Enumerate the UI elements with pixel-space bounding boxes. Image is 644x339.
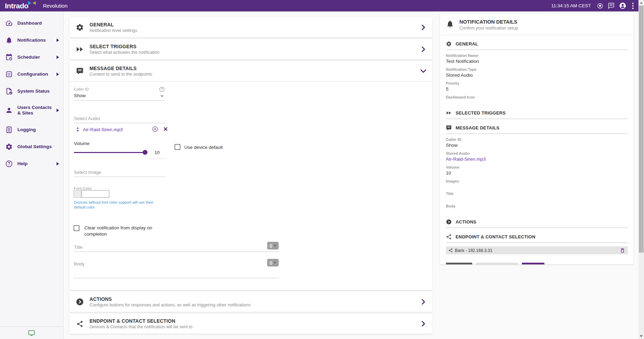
section-subtitle: Content to send to the endpoints xyxy=(90,72,152,77)
dropdown-caret-icon xyxy=(160,95,164,97)
details-selected-triggers-heading: SELECTED TRIGGERS xyxy=(446,110,628,116)
sidebar-item-configuration[interactable]: Configuration xyxy=(0,66,63,83)
caller-id-label: Caller ID xyxy=(74,87,89,91)
section-title: GENERAL xyxy=(90,22,137,27)
sidebar-item-global-settings[interactable]: Global Settings xyxy=(0,138,63,155)
bell-icon xyxy=(5,36,13,44)
endpoint-contact-section-header[interactable]: ENDPOINT & CONTACT SELECTION Devices & C… xyxy=(69,314,432,334)
share-icon xyxy=(448,248,453,253)
dragonfly-icon xyxy=(28,0,36,7)
details-endpoint-heading: ENDPOINT & CONTACT SELECTION xyxy=(446,234,628,240)
actions-section-header[interactable]: ACTIONS Configure buttons for responses … xyxy=(69,292,432,312)
remove-audio-icon[interactable]: ✕ xyxy=(163,126,168,132)
chevron-right-icon xyxy=(420,298,427,305)
endpoint-name: Barix - 192.168.3.31 xyxy=(455,248,492,253)
chevron-right-icon xyxy=(420,46,427,53)
scrollbar-thumb[interactable] xyxy=(639,6,644,253)
sidebar-item-dashboard[interactable]: Dashboard xyxy=(0,15,63,32)
endpoint-list-item[interactable]: Barix - 192.168.3.31 xyxy=(446,246,628,254)
body-label: Body xyxy=(74,261,85,266)
select-triggers-section-header[interactable]: SELECT TRIGGERS Select what activates th… xyxy=(69,39,432,59)
body-label: Body xyxy=(446,204,628,208)
body-variable-button[interactable]: {} xyxy=(267,259,279,266)
dashboard-icon-label: Dashboard Icon xyxy=(446,95,628,99)
sidebar-item-system-status[interactable]: System Status xyxy=(0,83,63,100)
gear-icon xyxy=(446,41,452,47)
message-details-section-header[interactable]: MESSAGE DETAILS Content to send to the e… xyxy=(69,61,432,81)
circle-chevron-icon xyxy=(76,298,84,306)
notification-name-value: Test Notification xyxy=(446,59,628,64)
section-subtitle: Devices & Contacts that the notification… xyxy=(90,324,193,329)
intrado-logo: Intrado xyxy=(5,2,28,9)
section-subtitle: Configure buttons for responses and acti… xyxy=(90,303,251,307)
caller-id-value: Show xyxy=(74,93,86,98)
comment-icon xyxy=(446,125,452,131)
top-app-bar: Intrado Revolution 11:34:15 AM CEST xyxy=(0,0,638,11)
gauge-icon xyxy=(5,19,13,27)
stored-audio-link[interactable]: Air-Raid-Siren.mp3 xyxy=(446,156,628,162)
submenu-arrow-icon xyxy=(57,109,59,112)
section-card-message-details: MESSAGE DETAILS Content to send to the e… xyxy=(69,61,432,290)
clock-text: 11:34:15 AM CEST xyxy=(551,3,591,8)
sort-updown-icon[interactable] xyxy=(75,126,81,133)
slider-thumb[interactable] xyxy=(143,150,147,155)
notification-details-panel: NOTIFICATION DETAILS Confirm your notifi… xyxy=(440,14,634,264)
sidebar-item-scheduler[interactable]: Scheduler xyxy=(0,49,63,66)
priority-value: 5 xyxy=(446,86,628,92)
gear-icon xyxy=(5,143,13,151)
sidebar-footer xyxy=(0,327,63,339)
caller-id-label: Caller ID xyxy=(446,137,628,142)
delete-endpoint-icon[interactable] xyxy=(620,248,625,253)
clear-notification-checkbox[interactable] xyxy=(74,225,79,231)
section-subtitle: Select what activates the notification xyxy=(90,50,160,55)
sidebar-item-help[interactable]: Help xyxy=(0,155,63,172)
account-icon[interactable] xyxy=(619,2,626,9)
product-title: Revolution xyxy=(43,3,68,9)
save-button[interactable]: SAVE xyxy=(522,263,545,264)
overflow-menu-icon[interactable] xyxy=(631,2,635,10)
submenu-arrow-icon xyxy=(57,39,59,42)
audio-file-link[interactable]: Air-Raid-Siren.mp3 xyxy=(83,127,123,132)
details-subtitle: Confirm your notification setup xyxy=(459,26,518,31)
volume-label: Volume xyxy=(446,165,628,169)
section-title: ACTIONS xyxy=(90,296,251,302)
vertical-scrollbar[interactable] xyxy=(638,0,644,339)
use-device-default-checkbox[interactable] xyxy=(175,144,180,150)
scroll-up-arrow[interactable] xyxy=(640,2,643,4)
feedback-chat-icon[interactable] xyxy=(608,2,615,9)
sidebar-item-notifications[interactable]: Notifications xyxy=(0,32,63,49)
comment-icon xyxy=(76,67,84,75)
select-image-label: Select Image xyxy=(74,170,101,175)
details-message-details-heading: MESSAGE DETAILS xyxy=(446,125,628,131)
details-general-heading: GENERAL xyxy=(446,41,628,47)
volume-slider[interactable] xyxy=(74,150,147,155)
font-color-swatch[interactable] xyxy=(74,190,81,198)
remote-display-icon[interactable] xyxy=(28,329,35,337)
dropdown-caret-icon xyxy=(273,245,276,247)
alarm-icon[interactable] xyxy=(597,2,603,9)
title-variable-button[interactable]: {} xyxy=(267,242,279,249)
section-title: ENDPOINT & CONTACT SELECTION xyxy=(90,318,193,324)
title-label: Title xyxy=(446,192,628,196)
font-color-input[interactable] xyxy=(82,190,109,198)
section-card-endpoint-contact: ENDPOINT & CONTACT SELECTION Devices & C… xyxy=(69,314,432,334)
priority-label: Priority xyxy=(446,81,628,85)
notification-type-label: Notification Type xyxy=(446,67,628,71)
details-title: NOTIFICATION DETAILS xyxy=(459,19,518,25)
sidebar-item-logging[interactable]: Logging xyxy=(0,121,63,138)
details-actions-heading: ACTIONS xyxy=(446,219,628,225)
details-header: NOTIFICATION DETAILS Confirm your notifi… xyxy=(440,14,634,35)
double-play-icon xyxy=(76,45,84,53)
scroll-down-arrow[interactable] xyxy=(640,335,643,337)
calendar-clock-icon xyxy=(5,53,13,61)
person-icon xyxy=(5,107,13,114)
notification-type-value: Stored Audio xyxy=(446,73,628,78)
sidebar-item-users-contacts-sites[interactable]: Users Contacts & Sites xyxy=(0,100,63,121)
general-section-header[interactable]: GENERAL Notification level settings xyxy=(69,17,432,37)
volume-value: 10 xyxy=(154,150,160,155)
play-audio-icon[interactable] xyxy=(152,126,158,132)
save-and-send-button[interactable]: SAVE & SEND xyxy=(476,263,518,264)
close-button[interactable]: CLOSE xyxy=(446,263,472,264)
help-circle-icon[interactable] xyxy=(159,86,165,92)
logo-text: Intrado xyxy=(5,2,28,10)
